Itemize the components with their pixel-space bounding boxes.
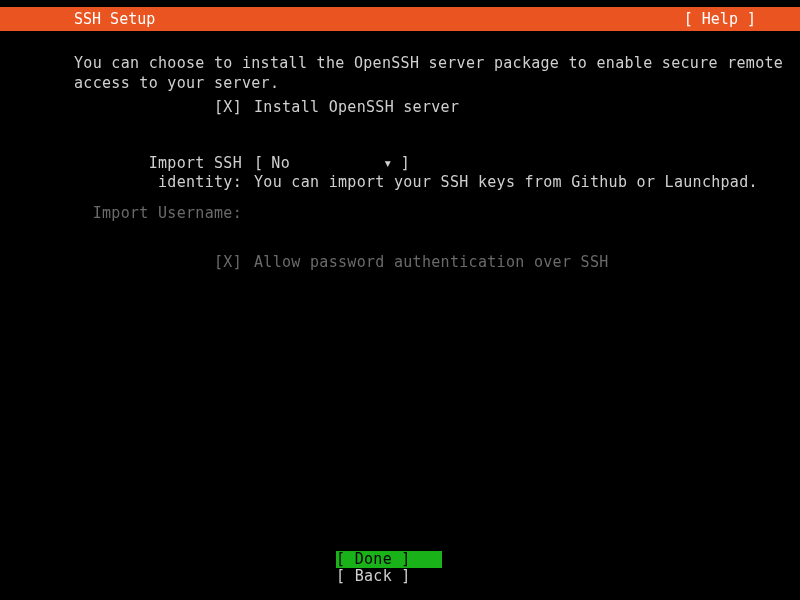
chevron-down-icon: ▾	[383, 154, 400, 173]
dropdown-bracket-open: [	[254, 154, 263, 173]
header-bar: SSH Setup [ Help ]	[0, 7, 800, 31]
import-identity-value: No	[263, 154, 383, 173]
install-openssh-row: [X] Install OpenSSH server	[0, 98, 800, 117]
import-identity-row: Import SSH identity: [ No ▾ ] You can im…	[0, 154, 800, 192]
dropdown-bracket-close: ]	[401, 154, 410, 173]
import-username-label: Import Username:	[74, 204, 254, 223]
done-button[interactable]: [ Done ]	[336, 551, 442, 569]
install-openssh-label: Install OpenSSH server	[254, 98, 800, 117]
help-button[interactable]: [ Help ]	[684, 7, 786, 31]
import-identity-hint: You can import your SSH keys from Github…	[254, 173, 800, 192]
install-openssh-checkbox[interactable]: [X]	[214, 98, 242, 116]
import-username-field	[254, 204, 800, 223]
import-username-row: Import Username:	[0, 204, 800, 223]
allow-password-checkbox-col: [X]	[74, 253, 254, 272]
back-button[interactable]: [ Back ]	[336, 568, 442, 586]
allow-password-label: Allow password authentication over SSH	[254, 253, 800, 272]
intro-line2: access to your server.	[74, 73, 800, 93]
allow-password-row: [X] Allow password authentication over S…	[0, 253, 800, 272]
import-identity-dropdown[interactable]: [ No ▾ ]	[254, 154, 410, 173]
allow-password-checkbox: [X]	[214, 253, 242, 271]
main-content: You can choose to install the OpenSSH se…	[0, 31, 800, 271]
install-checkbox-col: [X]	[74, 98, 254, 117]
footer: [ Done ] [ Back ]	[0, 551, 800, 586]
import-identity-field: [ No ▾ ] You can import your SSH keys fr…	[254, 154, 800, 192]
intro-line1: You can choose to install the OpenSSH se…	[74, 53, 800, 73]
intro-text: You can choose to install the OpenSSH se…	[0, 53, 800, 94]
page-title: SSH Setup	[14, 7, 155, 31]
import-identity-label: Import SSH identity:	[74, 154, 254, 192]
